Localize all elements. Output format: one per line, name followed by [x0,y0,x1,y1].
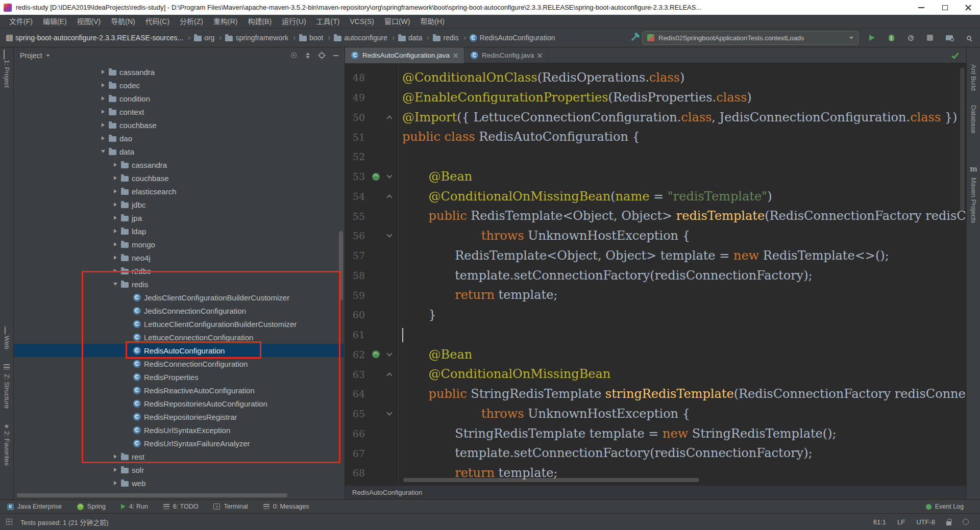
menu-item[interactable]: 重构(R) [208,15,242,29]
code-text[interactable]: @ConditionalOnMissingBean [396,364,610,384]
chevron-down-icon[interactable] [46,55,50,57]
toolwindow-button-0-messages[interactable]: 0: Messages [263,503,309,510]
toolwindow-button-terminal[interactable]: Terminal [213,503,248,510]
menu-item[interactable]: 工具(T) [311,15,345,29]
minimize-button[interactable] [910,0,933,15]
code-text[interactable]: @Bean [396,345,472,365]
breadcrumb-item[interactable]: org [193,33,215,43]
fold-marker-icon[interactable] [386,410,392,415]
code-text[interactable]: RedisTemplate<Object, Object> template =… [396,246,889,266]
tree-item-mongo[interactable]: mongo [14,238,344,251]
breadcrumb-item[interactable]: boot [298,33,324,43]
tree-item-web[interactable]: web [14,476,344,490]
close-tab-icon[interactable] [537,53,542,58]
code-text[interactable]: throws UnknownHostException { [396,404,690,424]
editor-horizontal-scrollbar[interactable] [403,478,699,482]
tree-arrow-icon[interactable] [111,242,120,246]
menu-item[interactable]: 视图(V) [72,15,106,29]
breadcrumb-item[interactable]: autoconfigure [333,33,388,43]
menu-item[interactable]: 导航(N) [106,15,140,29]
tree-arrow-icon[interactable] [111,481,120,485]
tree-item-jpa[interactable]: jpa [14,211,344,224]
close-button[interactable] [957,0,980,15]
editor-vertical-scrollbar[interactable] [960,68,965,211]
breadcrumb-item[interactable]: RedisAutoConfiguration [469,33,556,43]
run-button[interactable] [866,32,878,44]
build-icon[interactable] [631,35,637,40]
code-text[interactable] [396,325,403,345]
code-text[interactable]: } [396,305,436,325]
tree-arrow-icon[interactable] [99,83,108,87]
line-separator-widget[interactable]: LF [897,518,905,526]
maximize-button[interactable] [933,0,957,15]
toolwindow-button-java-enterprise[interactable]: Java Enterprise [7,503,62,510]
locate-icon[interactable] [291,53,297,58]
code-text[interactable]: public StringRedisTemplate stringRedisTe… [396,384,966,404]
hide-panel-icon[interactable] [333,55,338,56]
breadcrumb-item[interactable]: data [397,33,423,43]
tree-item-elasticsearch[interactable]: elasticsearch [14,185,344,198]
tree-item-cassandra[interactable]: cassandra [14,158,344,171]
find-in-path-button[interactable] [943,32,955,44]
code-text[interactable]: template.setConnectionFactory(redisConne… [396,266,813,286]
tree-arrow-icon[interactable] [99,123,108,127]
editor-tab[interactable]: RedisConfig.java [464,47,549,63]
toolwindow-stripe-1-project[interactable]: 1: Project [3,60,11,88]
toolwindow-stripe-ant-build[interactable]: Ant Build [970,64,977,91]
close-tab-icon[interactable] [453,53,458,58]
fold-marker-icon[interactable] [386,115,392,121]
tree-arrow-icon[interactable] [111,189,120,193]
spring-bean-icon[interactable] [372,173,380,181]
toolwindow-button-spring[interactable]: Spring [77,503,106,510]
tree-item-condition[interactable]: condition [14,92,344,105]
tree-arrow-icon[interactable] [99,136,108,140]
code-text[interactable]: @Import({ LettuceConnectionConfiguration… [396,108,957,128]
stop-button[interactable] [924,32,936,44]
search-everywhere-button[interactable] [963,32,975,44]
profiler-button[interactable] [904,32,917,44]
collapse-all-icon[interactable] [305,53,310,59]
fold-marker-icon[interactable] [386,350,392,356]
breadcrumb-item[interactable]: redis [432,33,459,43]
toolwindow-stripe-database[interactable]: Database [970,105,977,134]
highlighting-level-icon[interactable] [963,519,969,525]
lock-icon[interactable] [946,521,951,525]
tree-item-neo4j[interactable]: neo4j [14,251,344,264]
menu-item[interactable]: 构建(B) [242,15,277,29]
tree-item-couchbase[interactable]: couchbase [14,171,344,185]
tree-arrow-icon[interactable] [111,176,120,180]
fold-marker-icon[interactable] [386,232,392,238]
tree-arrow-icon[interactable] [99,150,108,153]
run-configuration-select[interactable]: Redis02SpringbootApplicationTests.contex… [642,31,859,45]
menu-item[interactable]: 编辑(E) [38,15,72,29]
tree-arrow-icon[interactable] [99,110,108,114]
project-horizontal-scrollbar[interactable] [17,493,287,497]
tree-arrow-icon[interactable] [111,256,120,260]
fold-marker-icon[interactable] [386,194,392,200]
menu-item[interactable]: 帮助(H) [415,15,449,29]
breadcrumb-item[interactable]: springframework [224,33,289,43]
code-text[interactable]: public RedisTemplate<Object, Object> red… [396,206,966,226]
menu-item[interactable]: VCS(S) [345,15,379,29]
code-text[interactable]: @ConditionalOnClass(RedisOperations.clas… [396,68,684,88]
toolwindow-button-6-todo[interactable]: 6: TODO [163,503,199,510]
menu-item[interactable]: 运行(U) [277,15,311,29]
toolwindow-switcher-icon[interactable] [6,519,12,525]
toolwindow-stripe-2-favorites[interactable]: 2: Favorites [3,431,11,466]
gear-icon[interactable] [319,53,325,58]
caret-position-widget[interactable]: 61:1 [873,518,886,526]
toolwindow-stripe-z-structure[interactable]: Z: Structure [3,374,11,409]
menu-item[interactable]: 分析(Z) [175,15,208,29]
code-text[interactable]: template.setConnectionFactory(redisConne… [396,443,813,463]
tree-item-context[interactable]: context [14,105,344,118]
editor-tab[interactable]: RedisAutoConfiguration.java [345,47,464,63]
code-text[interactable]: StringRedisTemplate template = new Strin… [396,424,837,444]
tree-item-dao[interactable]: dao [14,132,344,145]
toolwindow-button-4-run[interactable]: 4: Run [121,503,148,510]
tree-arrow-icon[interactable] [99,96,108,100]
spring-bean-icon[interactable] [372,350,380,358]
code-text[interactable]: throws UnknownHostException { [396,226,690,246]
tree-item-solr[interactable]: solr [14,463,344,476]
code-text[interactable]: public class RedisAutoConfiguration { [396,127,640,147]
code-text[interactable]: return template; [396,285,557,305]
